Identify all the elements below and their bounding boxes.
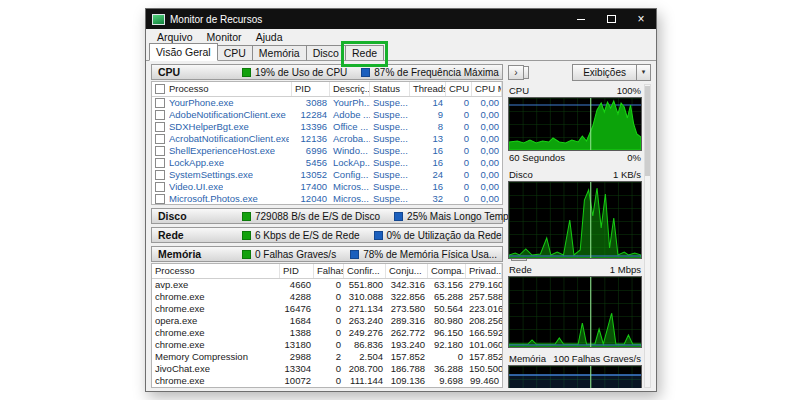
- row-checkbox[interactable]: [155, 110, 165, 120]
- process-name: chrome.exe: [152, 303, 280, 315]
- column-status[interactable]: Status: [370, 82, 410, 96]
- views-scrollbar[interactable]: [644, 84, 651, 388]
- memory-row[interactable]: chrome.exe13180086.836193.24092.180101.0…: [152, 339, 502, 351]
- process-name: avp.exe: [152, 279, 280, 291]
- process-name: LockApp.exe: [169, 157, 224, 169]
- falhas-cell: 2: [314, 351, 344, 363]
- memory-row[interactable]: avp.exe46600551.800342.31663.156279.160: [152, 279, 502, 291]
- cpu-process-table: Processo PID Descriç... Status Threads C…: [151, 81, 503, 205]
- memory-row[interactable]: chrome.exe42880310.088322.85665.288257.5…: [152, 291, 502, 303]
- cpu-cell: 0: [446, 109, 472, 121]
- column-processo[interactable]: Processo: [152, 264, 280, 278]
- chevron-down-icon[interactable]: ▾: [637, 65, 650, 80]
- menu-ajuda[interactable]: Ajuda: [249, 31, 290, 43]
- row-checkbox[interactable]: [155, 170, 165, 180]
- confir-cell: 98.004: [344, 387, 386, 388]
- pid-cell: 1684: [280, 315, 314, 327]
- column-cpu-media[interactable]: CPU M...: [472, 82, 502, 96]
- memory-row[interactable]: chrome.exe13880249.276262.77296.150166.5…: [152, 327, 502, 339]
- memoria-used-swatch: [350, 250, 359, 259]
- row-checkbox[interactable]: [155, 134, 165, 144]
- select-all-checkbox[interactable]: [155, 84, 165, 94]
- desc-cell: Acroba...: [330, 133, 370, 145]
- memory-row[interactable]: Memory Compression298822.504157.8520157.…: [152, 351, 502, 363]
- cpu-row[interactable]: Video.UI.exe17400Micros...Suspe...1600,0…: [152, 181, 502, 193]
- pid-cell: 6996: [292, 145, 330, 157]
- cpu-row[interactable]: ShellExperienceHost.exe6996Windo...Suspe…: [152, 145, 502, 157]
- memory-row[interactable]: chrome.exe164760271.134273.58050.564223.…: [152, 303, 502, 315]
- collapse-views-button[interactable]: ›: [508, 65, 524, 80]
- confir-cell: 263.240: [344, 315, 386, 327]
- minimize-button[interactable]: [566, 9, 596, 29]
- cpu-row[interactable]: AdobeNotificationClient.exe12284Adobe ..…: [152, 109, 502, 121]
- column-conjunto[interactable]: Conju...: [386, 264, 428, 278]
- pid-cell: 16476: [280, 303, 314, 315]
- cpu-row[interactable]: SystemSettings.exe13052Config...Suspe...…: [152, 169, 502, 181]
- compa-cell: 96.150: [428, 327, 466, 339]
- cpu-row[interactable]: YourPhone.exe3088YourPh...Suspe...1400,0…: [152, 97, 502, 109]
- scrollbar-thumb[interactable]: [645, 86, 650, 176]
- cpu-usage-swatch: [242, 68, 251, 77]
- memory-row[interactable]: svchost.exe (LocalSystemNetwo...1492098.…: [152, 387, 502, 388]
- row-checkbox[interactable]: [155, 122, 165, 132]
- tab-memoria[interactable]: Memória: [252, 45, 307, 61]
- row-checkbox[interactable]: [155, 146, 165, 156]
- column-threads[interactable]: Threads: [410, 82, 446, 96]
- memory-row[interactable]: chrome.exe100720111.144109.1369.69899.46…: [152, 375, 502, 387]
- cpu-avg-cell: 0,00: [472, 109, 502, 121]
- cpu-row[interactable]: AcrobatNotificationClient.exe12136Acroba…: [152, 133, 502, 145]
- process-name: chrome.exe: [152, 339, 280, 351]
- column-privado[interactable]: Privad...: [466, 264, 502, 278]
- cpu-row[interactable]: SDXHelperBgt.exe13396Office ...Suspe...8…: [152, 121, 502, 133]
- status-cell: Suspe...: [370, 121, 410, 133]
- cpu-row[interactable]: LockApp.exe5456LockAp...Suspe...1600,00: [152, 157, 502, 169]
- tab-cpu[interactable]: CPU: [217, 45, 253, 61]
- cpu-cell: 0: [446, 133, 472, 145]
- views-dropdown-button[interactable]: Exibições ▾: [572, 64, 651, 81]
- column-confirmar[interactable]: Confir...: [344, 264, 386, 278]
- pid-cell: 13396: [292, 121, 330, 133]
- cpu-row[interactable]: Microsoft.Photos.exe12040Micros...Suspe.…: [152, 193, 502, 205]
- menu-monitor[interactable]: Monitor: [200, 31, 249, 43]
- confir-cell: 2.504: [344, 351, 386, 363]
- close-button[interactable]: ×: [626, 9, 656, 29]
- tab-rede[interactable]: Rede: [345, 45, 384, 61]
- column-processo[interactable]: Processo: [152, 82, 292, 96]
- row-checkbox[interactable]: [155, 182, 165, 192]
- titlebar[interactable]: Monitor de Recursos ×: [146, 9, 656, 29]
- memory-row[interactable]: JivoChat.exe133040208.700186.78836.28815…: [152, 363, 502, 375]
- falhas-cell: 0: [314, 279, 344, 291]
- column-cpu[interactable]: CPU: [446, 82, 472, 96]
- rede-io-label: 6 Kbps de E/S de Rede: [255, 230, 360, 241]
- views-panel: › Exibições ▾ CPU 100%: [508, 64, 651, 388]
- maximize-button[interactable]: [596, 9, 626, 29]
- process-name: YourPhone.exe: [169, 97, 234, 109]
- column-pid[interactable]: PID: [292, 82, 330, 96]
- status-cell: Suspe...: [370, 169, 410, 181]
- row-checkbox[interactable]: [155, 158, 165, 168]
- column-falhas[interactable]: Falhas...: [314, 264, 344, 278]
- menubar: Arquivo Monitor Ajuda: [146, 29, 656, 44]
- cpu-avg-cell: 0,00: [472, 193, 502, 205]
- cpu-section-header[interactable]: CPU 19% de Uso de CPU 87% de Frequência …: [151, 64, 503, 80]
- row-checkbox[interactable]: [155, 98, 165, 108]
- disco-graph-title: Disco: [509, 169, 533, 180]
- column-descricao[interactable]: Descriç...: [330, 82, 370, 96]
- threads-cell: 13: [410, 133, 446, 145]
- column-compartilhavel[interactable]: Compa...: [428, 264, 466, 278]
- memoria-section-header[interactable]: Memória 0 Falhas Graves/s 78% de Memória…: [151, 246, 503, 262]
- menu-arquivo[interactable]: Arquivo: [150, 31, 200, 43]
- memoria-used-label: 78% de Memória Física Usa...: [363, 249, 497, 260]
- row-checkbox[interactable]: [155, 194, 165, 204]
- disco-io-graph: [508, 181, 642, 259]
- status-cell: Suspe...: [370, 133, 410, 145]
- disco-section-header[interactable]: Disco 729088 B/s de E/S de Disco 25% Mai…: [151, 208, 503, 224]
- column-pid[interactable]: PID: [280, 264, 314, 278]
- memoria-graph-block: Memória 100 Falhas Graves/s: [508, 352, 642, 388]
- rede-section-header[interactable]: Rede 6 Kbps de E/S de Rede 0% de Utiliza…: [151, 227, 503, 243]
- tab-visao-geral[interactable]: Visão Geral: [149, 43, 218, 61]
- confir-cell: 310.088: [344, 291, 386, 303]
- pid-cell: 13180: [280, 339, 314, 351]
- tab-disco[interactable]: Disco: [306, 45, 346, 61]
- memory-row[interactable]: opera.exe16840263.240289.31680.980208.25…: [152, 315, 502, 327]
